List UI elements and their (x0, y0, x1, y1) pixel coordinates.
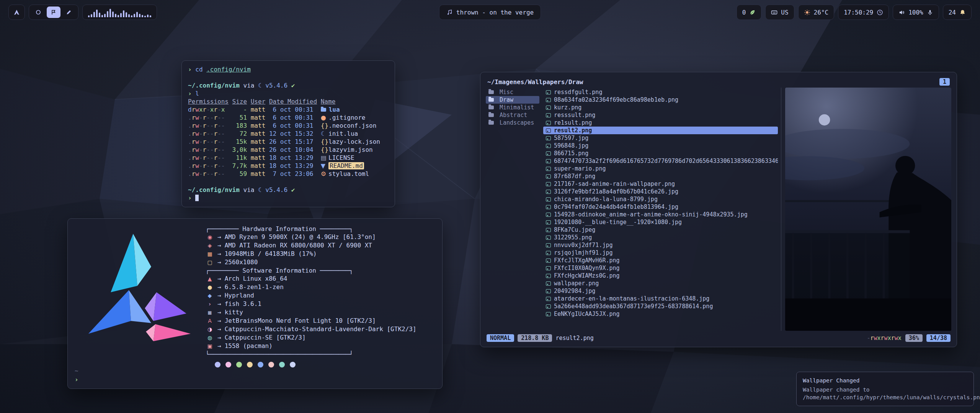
music-module[interactable]: thrown - on the verge (439, 5, 541, 20)
date-cell: 6 oct 00:31 (269, 106, 317, 114)
keyboard-layout-module[interactable]: US (765, 5, 794, 20)
file-row[interactable]: FXfcII0X0AQyn9X.png (543, 264, 778, 272)
file-row[interactable]: FXfcHgcWIAMzs0G.png (543, 272, 778, 280)
cava-bar (91, 14, 92, 17)
arrow-icon: → (217, 275, 221, 283)
file-row[interactable]: chica-mirando-la-luna-8799.jpg (543, 195, 778, 203)
file-row[interactable]: 587597.jpg (543, 134, 778, 142)
fetch-info-row: ▢→980x413 (206, 258, 435, 267)
sidebar-folder-minimalist[interactable]: Minimalist (486, 104, 539, 111)
file-row[interactable]: ressdfgult.png (543, 88, 778, 96)
cava-bar (128, 14, 130, 17)
file-row[interactable]: rsjqojlmjhf91.jpg (543, 249, 778, 257)
icons-icon: ◍ (206, 334, 214, 342)
filesize-badge: 218.8 KB (518, 334, 552, 342)
file-row[interactable]: 87r687df.png (543, 172, 778, 180)
file-name: EeNKYgIUcAAJ5JX.png (554, 311, 620, 317)
file-row[interactable]: nnvuv0xj2df71.jpg (543, 241, 778, 249)
file-row[interactable]: 866715.png (543, 150, 778, 157)
image-file-icon (546, 121, 551, 125)
file-row[interactable]: 3122955.png (543, 234, 778, 241)
file-row[interactable]: 596848.jpg (543, 142, 778, 150)
folder-icon (488, 106, 494, 109)
cava-bar (142, 15, 143, 17)
image-file-icon (546, 304, 551, 309)
keyboard-icon (771, 9, 777, 16)
arrow-icon: → (217, 283, 221, 291)
clock-module[interactable]: 17:50:29 (838, 5, 889, 20)
file-row[interactable]: 20492984.jpg (543, 287, 778, 295)
sidebar-folder-misc[interactable]: Misc (486, 88, 539, 96)
arrow-icon: → (217, 325, 221, 333)
arrow-icon: → (217, 317, 221, 325)
updates-module[interactable]: 0 (737, 5, 762, 20)
image-file-icon (546, 106, 551, 110)
file-row[interactable]: atardecer-en-la-montanas-ilustracion-634… (543, 295, 778, 302)
prompt-input-line[interactable]: › (188, 194, 389, 202)
file-manager-body: MiscDrawMinimalistAbstractLandscapes res… (486, 88, 951, 331)
audio-module[interactable]: 100% (893, 5, 939, 20)
name-cell: ▼README.md (321, 162, 389, 170)
fetch-info-row: ▦→10948MiB / 64183MiB (17%) (206, 250, 435, 258)
bar-right-cluster: 0 US 26°C 17:50:29 (737, 5, 972, 20)
file-row[interactable]: 154928-odinokoe_anime-art-anime-okno-sin… (543, 211, 778, 218)
fetch-window[interactable]: ┌──────── Hardware Information ────────┐… (67, 218, 443, 389)
palette-dot (268, 362, 274, 367)
scroll-percent-badge: 36% (905, 334, 923, 342)
command-text: cd (195, 66, 203, 73)
file-row[interactable]: wallpaper.png (543, 280, 778, 287)
workspace-button-2[interactable] (47, 7, 60, 18)
updates-count: 0 (742, 9, 746, 16)
shell-command-line: › cd .config/nvim (188, 65, 389, 73)
notification-toast[interactable]: Wallpaper Changed Wallpaper changed to /… (796, 372, 974, 406)
fetch-info-row: ▲→Arch Linux x86_64 (206, 275, 435, 283)
palette-dot (279, 362, 285, 367)
clock-icon (877, 9, 883, 16)
launcher-button[interactable] (8, 5, 25, 20)
terminal-window[interactable]: › cd .config/nvim ~/.config/nvim via ☾ v… (181, 60, 395, 207)
permissions-cell: .rw-r--r-- (188, 162, 229, 170)
file-row[interactable]: 5a266e448add93deab367d87173e9f25-6837886… (543, 302, 778, 310)
file-row[interactable]: 0c794faf07de24a4db4d4fb1eb813964.jpg (543, 203, 778, 211)
image-file-icon (546, 266, 551, 270)
clock-time: 17:50:29 (844, 9, 873, 16)
size-cell: 7,7k (232, 162, 247, 170)
sun-icon (804, 9, 810, 16)
date-cell: 18 oct 13:29 (269, 162, 317, 170)
file-manager-window[interactable]: ~/Imagenes/Wallpapers/Draw 1 MiscDrawMin… (480, 72, 957, 347)
name-cell: {}.neoconf.json (321, 122, 389, 130)
fetch-info-row: ◼→kitty (206, 308, 435, 317)
file-row[interactable]: 3126f7e9bbf21a8a4af0b67b041c6e26.jpg (543, 188, 778, 195)
file-row[interactable]: result2.png (543, 127, 778, 134)
weather-module[interactable]: 26°C (798, 5, 835, 20)
file-row[interactable]: 8FKa7Cu.jpeg (543, 226, 778, 234)
sidebar-folder-landscapes[interactable]: Landscapes (486, 119, 539, 127)
file-row[interactable]: super-mario.png (543, 165, 778, 172)
file-row[interactable]: 217167-sad-anime-rain-wallpaper.png (543, 180, 778, 188)
file-row[interactable]: 68747470733a2f2f696d616765732d7769786d70… (543, 157, 778, 165)
file-row[interactable]: 08a634fa02a32364f69ebc86a98eb1eb.png (543, 96, 778, 104)
size-cell: 59 (232, 170, 247, 178)
notifications-module[interactable]: 24 (943, 5, 972, 20)
file-row[interactable]: EeNKYgIUcAAJ5JX.png (543, 310, 778, 318)
listing-header-cell: Permissions (188, 98, 229, 106)
workspace-button-1[interactable] (31, 7, 45, 18)
file-name: 3126f7e9bbf21a8a4af0b67b041c6e26.jpg (554, 188, 678, 195)
folder-name: Abstract (500, 112, 527, 119)
file-row[interactable]: 19201080-__blue-tinge__-1920×1080.jpg (543, 218, 778, 226)
file-row[interactable]: kurz.png (543, 104, 778, 111)
listing-header-row: PermissionsSizeUserDate ModifiedName (188, 98, 389, 106)
file-row[interactable]: re1sult.png (543, 119, 778, 127)
fetch-info-row: ●→6.5.8-zen1-1-zen (206, 283, 435, 291)
fetch-prompt[interactable]: ~ › (75, 366, 78, 384)
sidebar-folder-abstract[interactable]: Abstract (486, 111, 539, 119)
tab-badge[interactable]: 1 (939, 78, 950, 86)
file-row[interactable]: resssult.png (543, 111, 778, 119)
file-row[interactable]: FXfcJlTXgAMvH6R.png (543, 257, 778, 264)
file-name: LICENSE (328, 154, 354, 161)
sidebar-folder-draw[interactable]: Draw (486, 96, 539, 104)
user-cell: matt (251, 138, 266, 146)
image-file-icon (546, 190, 551, 194)
file-name: 08a634fa02a32364f69ebc86a98eb1eb.png (554, 96, 678, 103)
workspace-button-3[interactable] (62, 7, 76, 18)
